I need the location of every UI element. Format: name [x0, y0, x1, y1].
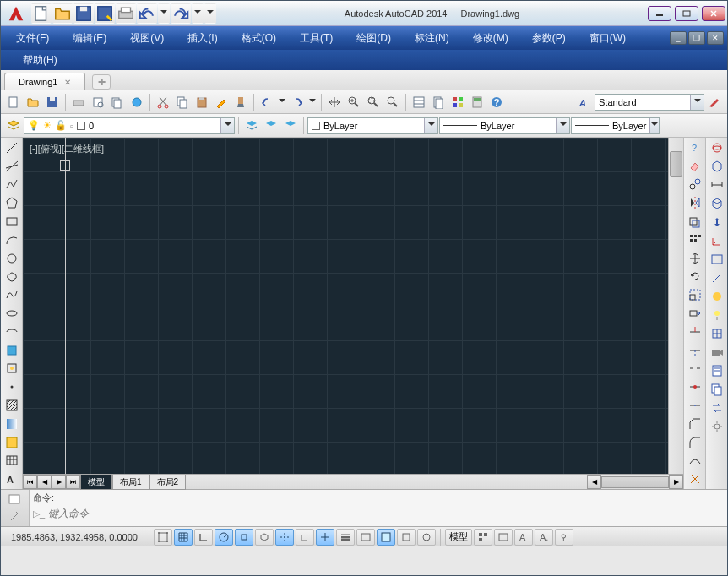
chamfer-icon[interactable] [686, 415, 704, 433]
undo-dropdown[interactable] [277, 93, 287, 111]
polar-mode-icon[interactable] [215, 529, 233, 546]
minimize-button[interactable] [648, 6, 671, 21]
layout-quick-icon[interactable] [474, 529, 492, 546]
hscroll-thumb[interactable] [601, 476, 669, 488]
menu-format[interactable]: 格式(O) [230, 28, 288, 49]
publish-icon[interactable] [108, 93, 127, 111]
trim-icon[interactable] [686, 323, 704, 341]
qat-customize-dropdown[interactable] [204, 3, 216, 24]
menu-param[interactable]: 参数(P) [520, 28, 578, 49]
paintbrush-icon[interactable] [231, 93, 250, 111]
explode-icon[interactable] [686, 470, 704, 488]
cut-icon[interactable] [154, 93, 172, 111]
mdi-close[interactable]: ✕ [707, 31, 724, 45]
redo-icon[interactable] [288, 93, 307, 111]
block-icon[interactable] [3, 360, 21, 378]
layeriso-icon[interactable] [281, 117, 300, 135]
close-button[interactable] [702, 6, 725, 21]
menu-view[interactable]: 视图(V) [118, 28, 176, 49]
qat-open-icon[interactable] [52, 3, 73, 24]
copy2-icon[interactable] [686, 176, 704, 194]
doc-tab[interactable]: Drawing1 ✕ [4, 73, 85, 90]
layerstate-icon[interactable] [4, 117, 23, 135]
layout-next-icon[interactable]: ▶ [52, 475, 66, 489]
zoom-window-icon[interactable] [364, 93, 383, 111]
render-icon[interactable] [708, 287, 726, 306]
ducs-icon[interactable] [296, 529, 314, 546]
line-icon[interactable] [3, 139, 21, 157]
hscroll-left-icon[interactable]: ◀ [587, 475, 601, 489]
menu-dim[interactable]: 标注(N) [403, 28, 461, 49]
erase-icon[interactable] [686, 157, 704, 176]
color-combo[interactable]: ByLayer [307, 117, 438, 134]
preview-icon[interactable] [89, 93, 107, 111]
3dosnap-icon[interactable] [255, 529, 274, 546]
layer-combo[interactable]: 💡 ☀ 🔓 ▫ 0 [24, 117, 235, 134]
mtext-icon[interactable]: A [3, 470, 21, 488]
table-icon[interactable] [3, 452, 21, 470]
properties-icon[interactable] [410, 93, 428, 111]
pan-icon[interactable] [325, 93, 344, 111]
spline-icon[interactable] [3, 285, 21, 304]
qat-redo-dropdown[interactable] [192, 3, 204, 24]
paste-icon[interactable] [193, 93, 211, 111]
menu-modify[interactable]: 修改(M) [461, 28, 520, 49]
new-tab-button[interactable]: ✚ [92, 74, 111, 90]
menu-help[interactable]: 帮助(H) [11, 50, 69, 71]
move-icon[interactable] [686, 249, 704, 268]
annotate-icon[interactable] [705, 93, 724, 111]
lineweight-dropdown-icon[interactable] [649, 118, 659, 133]
textstyle-icon[interactable]: A [575, 93, 594, 111]
otrack-mode-icon[interactable] [275, 529, 294, 546]
layout-tab-2[interactable]: 布局2 [149, 475, 187, 490]
qat-save-icon[interactable] [73, 3, 94, 24]
ortho-mode-icon[interactable] [194, 529, 213, 546]
rectangle-icon[interactable] [3, 212, 21, 231]
circle-icon[interactable] [3, 249, 21, 268]
menu-draw[interactable]: 绘图(D) [345, 28, 403, 49]
lwt-icon[interactable] [336, 529, 355, 546]
mirror-icon[interactable] [686, 193, 704, 212]
ellipse-icon[interactable] [3, 304, 21, 323]
mdi-minimize[interactable]: _ [670, 31, 687, 45]
copy-icon[interactable] [173, 93, 192, 111]
camera-icon[interactable] [708, 343, 726, 361]
menu-file[interactable]: 文件(F) [4, 28, 61, 49]
quickview-icon[interactable] [494, 529, 513, 546]
region-icon[interactable] [3, 433, 21, 452]
arrow-nav-icon[interactable] [708, 213, 726, 231]
annovis-icon[interactable]: A. [535, 529, 553, 546]
light-icon[interactable] [708, 306, 726, 324]
sc-icon[interactable] [397, 529, 416, 546]
ellipse-arc-icon[interactable] [3, 323, 21, 341]
tpy-icon[interactable] [356, 529, 375, 546]
polygon-icon[interactable] [3, 193, 21, 212]
viewcube-icon[interactable] [708, 324, 726, 343]
rotate-icon[interactable] [686, 268, 704, 286]
fillet-icon[interactable] [686, 433, 704, 452]
color-dropdown-icon[interactable] [424, 118, 437, 133]
3dorbit-icon[interactable] [708, 139, 726, 157]
dyn-mode-icon[interactable] [316, 529, 334, 546]
lineweight-combo[interactable]: ByLayer [571, 117, 660, 134]
join-icon[interactable] [686, 396, 704, 415]
break-icon[interactable] [686, 360, 704, 378]
open-icon[interactable] [24, 93, 42, 111]
insert-icon[interactable] [3, 341, 21, 360]
plot-icon[interactable] [69, 93, 88, 111]
hscroll-right-icon[interactable]: ▶ [669, 475, 683, 489]
zoom-realtime-icon[interactable] [345, 93, 363, 111]
am-icon[interactable] [417, 529, 436, 546]
cline-icon[interactable] [3, 157, 21, 176]
linetype-dropdown-icon[interactable] [556, 118, 569, 133]
toolpalette-icon[interactable] [448, 93, 467, 111]
snap-mode-icon[interactable] [154, 529, 172, 546]
qat-new-icon[interactable] [31, 3, 52, 24]
view2-icon[interactable] [708, 250, 726, 269]
layermatch-icon[interactable] [262, 117, 280, 135]
stretch-icon[interactable] [686, 304, 704, 323]
calculator-icon[interactable] [468, 93, 486, 111]
osnap-mode-icon[interactable] [235, 529, 253, 546]
offset-icon[interactable] [686, 212, 704, 231]
slash-icon[interactable] [708, 269, 726, 287]
